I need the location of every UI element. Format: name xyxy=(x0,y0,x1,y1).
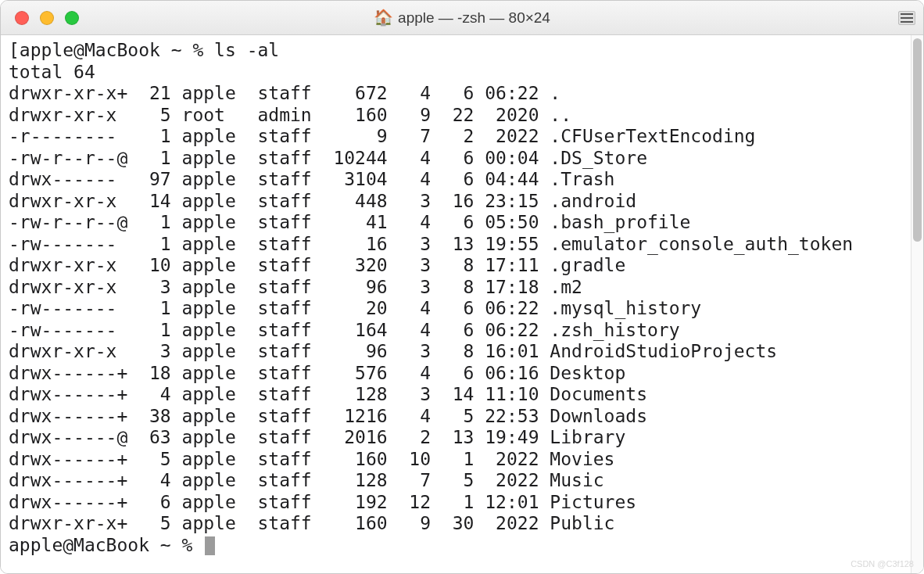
home-icon: 🏠 xyxy=(374,9,393,25)
window-title: apple — -zsh — 80×24 xyxy=(398,9,550,27)
menu-icon[interactable] xyxy=(898,11,915,25)
terminal-line: -rw------- 1 apple staff 164 4 6 06:22 .… xyxy=(9,320,904,342)
titlebar-right xyxy=(898,11,915,25)
cursor xyxy=(205,536,215,555)
terminal-line: drwx------+ 4 apple staff 128 3 14 11:10… xyxy=(9,384,904,406)
content-area: [apple@MacBook ~ % ls -altotal 64drwxr-x… xyxy=(1,35,923,573)
terminal-line: drwx------+ 5 apple staff 160 10 1 2022 … xyxy=(9,449,904,471)
terminal-line: drwx------ 97 apple staff 3104 4 6 04:44… xyxy=(9,169,904,191)
terminal-line: drwxr-xr-x 14 apple staff 448 3 16 23:15… xyxy=(9,191,904,213)
terminal-line: drwxr-xr-x 3 apple staff 96 3 8 16:01 An… xyxy=(9,341,904,363)
terminal-line: -rw-r--r--@ 1 apple staff 41 4 6 05:50 .… xyxy=(9,212,904,234)
titlebar[interactable]: 🏠 apple — -zsh — 80×24 xyxy=(1,1,923,35)
terminal-prompt[interactable]: apple@MacBook ~ % xyxy=(9,535,904,557)
zoom-button[interactable] xyxy=(65,11,79,25)
window-title-wrap: 🏠 apple — -zsh — 80×24 xyxy=(1,1,923,34)
terminal-line: drwxr-xr-x+ 21 apple staff 672 4 6 06:22… xyxy=(9,83,904,105)
terminal-line: drwx------+ 4 apple staff 128 7 5 2022 M… xyxy=(9,470,904,492)
terminal-line: [apple@MacBook ~ % ls -al xyxy=(9,40,904,62)
scrollbar-track[interactable] xyxy=(911,35,923,573)
terminal-line: drwx------+ 18 apple staff 576 4 6 06:16… xyxy=(9,363,904,385)
terminal-line: total 64 xyxy=(9,62,904,84)
traffic-lights xyxy=(15,11,79,25)
scrollbar-thumb[interactable] xyxy=(913,38,922,242)
terminal-line: -rw------- 1 apple staff 16 3 13 19:55 .… xyxy=(9,234,904,256)
terminal-line: -rw-r--r--@ 1 apple staff 10244 4 6 00:0… xyxy=(9,148,904,170)
terminal-window: 🏠 apple — -zsh — 80×24 [apple@MacBook ~ … xyxy=(0,0,924,574)
terminal-line: drwxr-xr-x 5 root admin 160 9 22 2020 .. xyxy=(9,105,904,127)
terminal-line: drwx------+ 6 apple staff 192 12 1 12:01… xyxy=(9,492,904,514)
terminal-line: drwxr-xr-x 10 apple staff 320 3 8 17:11 … xyxy=(9,255,904,277)
close-button[interactable] xyxy=(15,11,29,25)
terminal-line: drwxr-xr-x+ 5 apple staff 160 9 30 2022 … xyxy=(9,513,904,535)
watermark: CSDN @C3f128 xyxy=(851,559,914,569)
terminal-line: -r-------- 1 apple staff 9 7 2 2022 .CFU… xyxy=(9,126,904,148)
terminal-line: drwx------+ 38 apple staff 1216 4 5 22:5… xyxy=(9,406,904,428)
terminal-line: drwx------@ 63 apple staff 2016 2 13 19:… xyxy=(9,427,904,449)
terminal-line: -rw------- 1 apple staff 20 4 6 06:22 .m… xyxy=(9,298,904,320)
terminal-output[interactable]: [apple@MacBook ~ % ls -altotal 64drwxr-x… xyxy=(1,35,911,573)
minimize-button[interactable] xyxy=(40,11,54,25)
terminal-line: drwxr-xr-x 3 apple staff 96 3 8 17:18 .m… xyxy=(9,277,904,299)
